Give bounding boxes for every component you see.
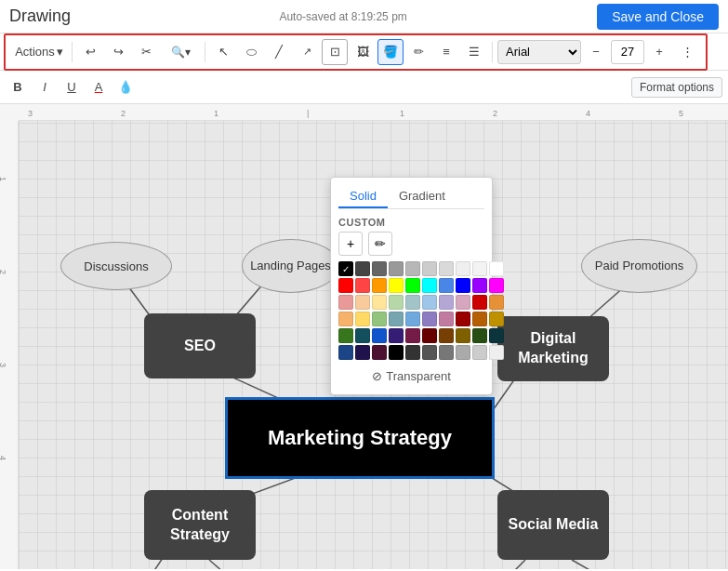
color-swatch[interactable]	[422, 345, 437, 360]
color-swatch[interactable]	[422, 295, 437, 310]
underline-button[interactable]: U	[60, 75, 84, 100]
color-swatch[interactable]	[338, 261, 353, 276]
color-swatch[interactable]	[472, 295, 487, 310]
color-swatch[interactable]	[355, 295, 370, 310]
color-swatch[interactable]	[439, 345, 454, 360]
shape-tool-button[interactable]: ⬭	[238, 39, 264, 65]
color-swatch[interactable]	[405, 261, 420, 276]
solid-tab[interactable]: Solid	[338, 185, 388, 208]
node-content-strategy[interactable]: Content Strategy	[144, 490, 256, 560]
color-swatch[interactable]	[389, 295, 404, 310]
snip-button[interactable]: ✂	[133, 39, 159, 65]
gradient-tab[interactable]: Gradient	[388, 185, 457, 208]
color-swatch[interactable]	[389, 261, 404, 276]
color-swatch[interactable]	[355, 278, 370, 293]
color-swatch[interactable]	[355, 261, 370, 276]
more-options-button[interactable]: ⋮	[674, 39, 700, 65]
color-swatch[interactable]	[405, 328, 420, 343]
node-social-media[interactable]: Social Media	[497, 490, 609, 560]
color-swatch[interactable]	[389, 328, 404, 343]
color-swatch[interactable]	[489, 328, 504, 343]
select-tool-button[interactable]: ↖	[210, 39, 236, 65]
color-swatch[interactable]	[439, 278, 454, 293]
arrow-tool-button[interactable]: ↗	[294, 39, 320, 65]
color-swatch[interactable]	[422, 328, 437, 343]
color-swatch[interactable]	[338, 295, 353, 310]
color-swatch[interactable]	[389, 345, 404, 360]
color-swatch[interactable]	[489, 278, 504, 293]
save-close-button[interactable]: Save and Close	[597, 4, 719, 30]
eyedropper-color-button[interactable]: ✏	[368, 232, 392, 256]
color-swatch[interactable]	[338, 328, 353, 343]
align-left-button[interactable]: ≡	[433, 39, 459, 65]
font-family-select[interactable]: Arial	[497, 40, 581, 64]
color-swatch[interactable]	[422, 261, 437, 276]
color-swatch[interactable]	[456, 312, 470, 326]
color-swatch[interactable]	[372, 261, 387, 276]
color-swatch[interactable]	[422, 312, 437, 326]
color-swatch[interactable]	[456, 295, 470, 310]
node-marketing-strategy[interactable]: Marketing Strategy	[225, 397, 495, 479]
color-swatch[interactable]	[472, 328, 487, 343]
color-swatch[interactable]	[355, 328, 370, 343]
color-swatch[interactable]	[405, 295, 420, 310]
text-color-button[interactable]: A	[86, 75, 111, 100]
color-swatch[interactable]	[355, 312, 370, 326]
color-swatch[interactable]	[372, 345, 387, 360]
pen-tool-button[interactable]: ✏	[405, 39, 431, 65]
italic-button[interactable]: I	[33, 75, 57, 100]
zoom-button[interactable]: 🔍▾	[161, 39, 200, 65]
fill-color-button[interactable]: 🪣	[377, 39, 404, 65]
color-swatch[interactable]	[439, 312, 454, 326]
color-swatch[interactable]	[338, 345, 353, 360]
color-swatch[interactable]	[489, 312, 504, 326]
color-swatch[interactable]	[439, 295, 454, 310]
bold-button[interactable]: B	[6, 75, 30, 100]
color-swatch[interactable]	[338, 312, 353, 326]
transparent-option[interactable]: ⊘ Transparent	[338, 365, 484, 387]
image-tool-button[interactable]: 🖼	[350, 39, 376, 65]
add-custom-color-button[interactable]: +	[338, 232, 363, 256]
text-tool-button[interactable]: ⊡	[322, 39, 348, 65]
color-swatch[interactable]	[472, 312, 487, 326]
color-swatch[interactable]	[489, 295, 504, 310]
align-center-button[interactable]: ☰	[461, 39, 487, 65]
color-swatch[interactable]	[489, 345, 504, 360]
redo-button[interactable]: ↪	[105, 39, 131, 65]
color-swatch[interactable]	[439, 261, 454, 276]
color-swatch[interactable]	[405, 278, 420, 293]
color-swatch[interactable]	[456, 328, 470, 343]
color-swatch[interactable]	[405, 312, 420, 326]
node-discussions[interactable]: Discussions	[60, 242, 172, 290]
format-options-button[interactable]: Format options	[631, 77, 722, 98]
node-landing-pages[interactable]: Landing Pages	[242, 239, 339, 293]
color-swatch[interactable]	[372, 328, 387, 343]
color-swatch[interactable]	[389, 312, 404, 326]
color-swatch[interactable]	[405, 345, 420, 360]
line-tool-button[interactable]: ╱	[266, 39, 292, 65]
eyedropper-button[interactable]: 💧	[113, 75, 138, 100]
color-swatch[interactable]	[456, 261, 470, 276]
font-size-decrease-button[interactable]: −	[583, 39, 609, 65]
undo-button[interactable]: ↩	[77, 39, 103, 65]
font-size-input[interactable]: 27	[611, 40, 644, 64]
color-swatch[interactable]	[372, 295, 387, 310]
color-swatch[interactable]	[456, 345, 470, 360]
node-seo[interactable]: SEO	[144, 313, 256, 378]
font-size-increase-button[interactable]: +	[646, 39, 672, 65]
color-swatch[interactable]	[439, 328, 454, 343]
color-swatch[interactable]	[472, 278, 487, 293]
color-swatch[interactable]	[338, 278, 353, 293]
color-swatch[interactable]	[422, 278, 437, 293]
color-swatch[interactable]	[456, 278, 470, 293]
color-swatch[interactable]	[355, 345, 370, 360]
color-swatch[interactable]	[372, 278, 387, 293]
color-swatch[interactable]	[472, 261, 487, 276]
color-swatch[interactable]	[389, 278, 404, 293]
actions-dropdown[interactable]: Actions ▾	[11, 39, 67, 65]
canvas-area[interactable]: 3 2 1 | 1 2 4 5 1 2 3 4	[0, 104, 728, 569]
color-swatch[interactable]	[472, 345, 487, 360]
color-swatch[interactable]	[489, 261, 504, 276]
color-swatch[interactable]	[372, 312, 387, 326]
node-digital-marketing[interactable]: Digital Marketing	[497, 316, 609, 381]
